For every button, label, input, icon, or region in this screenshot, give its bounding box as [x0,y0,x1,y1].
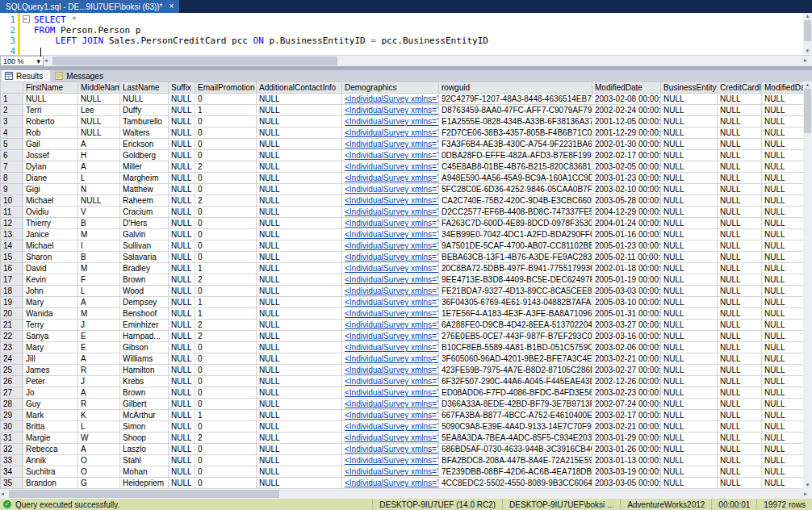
grid-cell[interactable]: NULL [661,466,718,478]
grid-cell[interactable]: NULL [718,128,762,139]
column-header[interactable]: rowguid [439,82,592,94]
grid-cell[interactable]: NULL [661,263,718,274]
row-number-cell[interactable]: 13 [1,229,23,240]
grid-cell[interactable]: NULL [257,184,342,195]
grid-cell[interactable]: Gilbert [120,399,169,410]
grid-cell[interactable]: NULL [169,478,195,489]
grid-cell[interactable]: NULL [661,139,718,150]
xml-link[interactable]: <IndividualSurvey xmlns="http://schemas.… [345,456,439,465]
xml-link[interactable]: <IndividualSurvey xmlns="http://schemas.… [345,467,439,476]
grid-cell[interactable]: NULL [257,353,342,365]
grid-cell[interactable]: <IndividualSurvey xmlns="http://schemas.… [342,150,439,161]
grid-cell[interactable]: <IndividualSurvey xmlns="http://schemas.… [342,410,439,421]
grid-cell[interactable]: A [78,387,120,399]
grid-cell[interactable]: Kevin [23,274,78,286]
grid-cell[interactable]: 0 [195,218,257,229]
grid-cell[interactable]: <IndividualSurvey xmlns="http://schemas.… [342,252,439,263]
grid-cell[interactable]: NULL [661,94,718,105]
grid-cell[interactable]: NULL [661,195,718,207]
grid-cell[interactable]: 2003-01-29 00:00:00.000 [592,433,661,444]
grid-cell[interactable]: Goldberg [120,150,169,161]
grid-cell[interactable]: Terri [23,105,78,116]
grid-cell[interactable]: NULL [718,331,762,342]
grid-cell[interactable]: <IndividualSurvey xmlns="http://schemas.… [342,421,439,433]
grid-cell[interactable]: 2003-03-16 00:00:00.000 [592,331,661,342]
grid-cell[interactable]: <IndividualSurvey xmlns="http://schemas.… [342,240,439,252]
grid-cell[interactable]: <IndividualSurvey xmlns="http://schemas.… [342,116,439,128]
grid-cell[interactable]: NULL [718,274,762,286]
grid-cell[interactable]: Lee [78,105,120,116]
xml-link[interactable]: <IndividualSurvey xmlns="http://schemas.… [345,422,439,431]
grid-cell[interactable]: <IndividualSurvey xmlns="http://schemas.… [342,184,439,195]
grid-cell[interactable]: Michael [23,195,78,207]
xml-link[interactable]: <IndividualSurvey xmlns="http://schemas.… [345,219,439,228]
grid-cell[interactable]: NULL [718,399,762,410]
column-header[interactable]: BusinessEntityID [661,82,718,94]
column-header[interactable]: MiddleName [78,82,120,94]
grid-cell[interactable]: NULL [718,94,762,105]
grid-cell[interactable]: <IndividualSurvey xmlns="http://schemas.… [342,173,439,184]
grid-cell[interactable]: 2 [195,195,257,207]
grid-cell[interactable]: NULL [257,455,342,466]
grid-cell[interactable]: Suchitra [23,466,78,478]
grid-cell[interactable]: NULL [257,116,342,128]
xml-link[interactable]: <IndividualSurvey xmlns="http://schemas.… [345,230,439,239]
grid-cell[interactable]: NULL [120,94,169,105]
scroll-up-icon[interactable]: ▲ [803,13,812,20]
grid-cell[interactable]: Eminhizer [120,320,169,331]
grid-cell[interactable]: NULL [78,128,120,139]
grid-cell[interactable]: NULL [718,376,762,387]
grid-cell[interactable]: NULL [661,376,718,387]
grid-cell[interactable]: NULL [661,320,718,331]
grid-cell[interactable]: <IndividualSurvey xmlns="http://schemas.… [342,308,439,320]
grid-cell[interactable]: 2005-01-23 00:00:00.000 [592,240,661,252]
grid-cell[interactable]: NULL [257,478,342,489]
grid-cell[interactable]: 2002-01-30 00:00:00.000 [592,139,661,150]
grid-cell[interactable]: NULL [718,161,762,173]
grid-cell[interactable]: 2005-03-03 00:00:00.000 [592,286,661,297]
grid-cell[interactable]: O [78,455,120,466]
grid-cell[interactable]: NULL [661,105,718,116]
grid-cell[interactable]: <IndividualSurvey xmlns="http://schemas.… [342,229,439,240]
grid-cell[interactable]: 2003-01-23 00:00:00.000 [592,173,661,184]
grid-cell[interactable]: <IndividualSurvey xmlns="http://schemas.… [342,94,439,105]
grid-cell[interactable]: NULL [257,252,342,263]
grid-cell[interactable]: NULL [23,94,78,105]
grid-cell[interactable]: <IndividualSurvey xmlns="http://schemas.… [342,195,439,207]
grid-cell[interactable]: McArthur [120,410,169,421]
grid-cell[interactable]: NULL [661,240,718,252]
grid-cell[interactable]: NULL [661,116,718,128]
xml-link[interactable]: <IndividualSurvey xmlns="http://schemas.… [345,411,439,420]
grid-cell[interactable]: J [78,376,120,387]
grid-cell[interactable]: Stahl [120,455,169,466]
grid-cell[interactable]: Terry [23,320,78,331]
editor-hscroll-track[interactable] [52,56,803,66]
grid-cell[interactable]: NULL [169,320,195,331]
grid-cell[interactable]: NULL [718,387,762,399]
row-number-cell[interactable]: 32 [1,444,23,455]
grid-cell[interactable]: NULL [257,195,342,207]
grid-cell[interactable]: 1E7E56F4-A183-4E3F-A3FE-BA8A71096D10 [439,308,592,320]
grid-cell[interactable]: Simon [120,421,169,433]
grid-cell[interactable]: NULL [257,399,342,410]
grid-cell[interactable]: 2001-12-05 00:00:00.000 [592,116,661,128]
grid-cell[interactable]: NULL [169,116,195,128]
grid-cell[interactable]: Margie [23,433,78,444]
zoom-dropdown[interactable]: 100 % ▾ [0,56,44,66]
xml-link[interactable]: <IndividualSurvey xmlns="http://schemas.… [345,140,439,148]
document-tab[interactable]: SQLQuery1.sql - DE...9IU7UEF\boksi (63))… [0,0,179,13]
grid-cell[interactable]: 2003-03-27 00:00:00.000 [592,320,661,331]
grid-cell[interactable]: 2005-01-31 00:00:00.000 [592,308,661,320]
grid-cell[interactable]: NULL [718,410,762,421]
grid-cell[interactable]: Guy [23,399,78,410]
grid-cell[interactable]: 0 [195,240,257,252]
grid-cell[interactable]: 0 [195,478,257,489]
grid-cell[interactable]: NULL [169,376,195,387]
grid-cell[interactable]: 0 [195,353,257,365]
column-header[interactable]: EmailPromotion [195,82,257,94]
grid-cell[interactable]: <IndividualSurvey xmlns="http://schemas.… [342,444,439,455]
grid-cell[interactable]: BEBA63CB-13F1-4B76-A3DE-FE9AC283A94C [439,252,592,263]
grid-cell[interactable]: Janice [23,229,78,240]
grid-cell[interactable]: NULL [257,274,342,286]
grid-cell[interactable]: 2002-02-17 00:00:00.000 [592,150,661,161]
